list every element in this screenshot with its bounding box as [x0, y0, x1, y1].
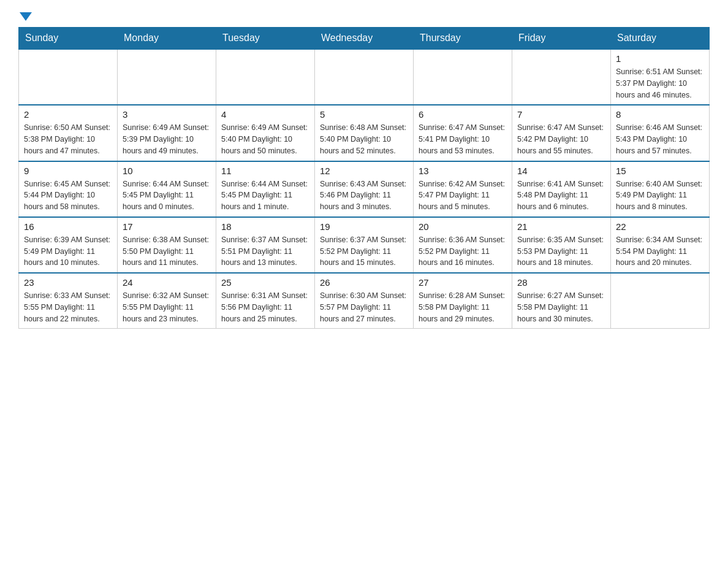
day-info: Sunrise: 6:43 AM Sunset: 5:46 PM Dayligh… — [320, 178, 408, 213]
calendar-cell — [118, 49, 216, 105]
calendar-cell: 9Sunrise: 6:45 AM Sunset: 5:44 PM Daylig… — [19, 161, 118, 217]
calendar-cell: 12Sunrise: 6:43 AM Sunset: 5:46 PM Dayli… — [315, 161, 414, 217]
day-info: Sunrise: 6:33 AM Sunset: 5:55 PM Dayligh… — [24, 290, 112, 324]
day-number: 25 — [221, 277, 309, 288]
day-info: Sunrise: 6:44 AM Sunset: 5:45 PM Dayligh… — [123, 178, 211, 213]
day-number: 16 — [24, 221, 112, 232]
day-info: Sunrise: 6:39 AM Sunset: 5:49 PM Dayligh… — [24, 234, 112, 269]
day-info: Sunrise: 6:51 AM Sunset: 5:37 PM Dayligh… — [616, 66, 704, 101]
day-info: Sunrise: 6:47 AM Sunset: 5:42 PM Dayligh… — [517, 122, 605, 156]
day-of-week-header: Sunday — [19, 28, 118, 50]
page-header — [18, 12, 710, 21]
calendar-week-row: 9Sunrise: 6:45 AM Sunset: 5:44 PM Daylig… — [19, 161, 710, 217]
calendar-cell: 14Sunrise: 6:41 AM Sunset: 5:48 PM Dayli… — [512, 161, 611, 217]
calendar-cell: 3Sunrise: 6:49 AM Sunset: 5:39 PM Daylig… — [118, 105, 216, 161]
calendar-cell: 6Sunrise: 6:47 AM Sunset: 5:41 PM Daylig… — [414, 105, 512, 161]
day-of-week-header: Friday — [512, 28, 611, 50]
calendar-cell: 20Sunrise: 6:36 AM Sunset: 5:52 PM Dayli… — [414, 217, 512, 273]
calendar-cell — [611, 273, 710, 329]
day-info: Sunrise: 6:32 AM Sunset: 5:55 PM Dayligh… — [123, 290, 211, 324]
day-info: Sunrise: 6:31 AM Sunset: 5:56 PM Dayligh… — [221, 290, 309, 324]
calendar-cell: 13Sunrise: 6:42 AM Sunset: 5:47 PM Dayli… — [414, 161, 512, 217]
day-of-week-header: Wednesday — [315, 28, 414, 50]
calendar-table: SundayMondayTuesdayWednesdayThursdayFrid… — [18, 27, 710, 329]
day-number: 21 — [517, 221, 605, 232]
day-info: Sunrise: 6:36 AM Sunset: 5:52 PM Dayligh… — [419, 234, 507, 269]
calendar-cell: 17Sunrise: 6:38 AM Sunset: 5:50 PM Dayli… — [118, 217, 216, 273]
day-of-week-header: Tuesday — [216, 28, 315, 50]
day-info: Sunrise: 6:49 AM Sunset: 5:39 PM Dayligh… — [123, 122, 211, 156]
calendar-week-row: 1Sunrise: 6:51 AM Sunset: 5:37 PM Daylig… — [19, 49, 710, 105]
day-number: 24 — [123, 277, 211, 288]
calendar-cell: 22Sunrise: 6:34 AM Sunset: 5:54 PM Dayli… — [611, 217, 710, 273]
day-number: 20 — [419, 221, 507, 232]
day-of-week-header: Saturday — [611, 28, 710, 50]
day-info: Sunrise: 6:50 AM Sunset: 5:38 PM Dayligh… — [24, 122, 112, 156]
calendar-cell: 10Sunrise: 6:44 AM Sunset: 5:45 PM Dayli… — [118, 161, 216, 217]
calendar-cell: 16Sunrise: 6:39 AM Sunset: 5:49 PM Dayli… — [19, 217, 118, 273]
day-info: Sunrise: 6:35 AM Sunset: 5:53 PM Dayligh… — [517, 234, 605, 269]
day-number: 17 — [123, 221, 211, 232]
day-number: 6 — [419, 109, 507, 120]
calendar-cell — [512, 49, 611, 105]
day-number: 26 — [320, 277, 408, 288]
calendar-cell: 19Sunrise: 6:37 AM Sunset: 5:52 PM Dayli… — [315, 217, 414, 273]
day-number: 22 — [616, 221, 704, 232]
calendar-cell: 4Sunrise: 6:49 AM Sunset: 5:40 PM Daylig… — [216, 105, 315, 161]
logo — [18, 12, 33, 21]
calendar-header-row: SundayMondayTuesdayWednesdayThursdayFrid… — [19, 28, 710, 50]
day-info: Sunrise: 6:38 AM Sunset: 5:50 PM Dayligh… — [123, 234, 211, 269]
calendar-cell: 27Sunrise: 6:28 AM Sunset: 5:58 PM Dayli… — [414, 273, 512, 329]
calendar-cell — [315, 49, 414, 105]
day-info: Sunrise: 6:49 AM Sunset: 5:40 PM Dayligh… — [221, 122, 309, 156]
day-number: 4 — [221, 109, 309, 120]
calendar-cell: 15Sunrise: 6:40 AM Sunset: 5:49 PM Dayli… — [611, 161, 710, 217]
calendar-cell: 2Sunrise: 6:50 AM Sunset: 5:38 PM Daylig… — [19, 105, 118, 161]
day-info: Sunrise: 6:30 AM Sunset: 5:57 PM Dayligh… — [320, 290, 408, 324]
logo-arrow-icon — [20, 12, 32, 21]
calendar-cell — [19, 49, 118, 105]
calendar-cell: 24Sunrise: 6:32 AM Sunset: 5:55 PM Dayli… — [118, 273, 216, 329]
day-number: 11 — [221, 166, 309, 176]
day-number: 13 — [419, 166, 507, 176]
calendar-week-row: 23Sunrise: 6:33 AM Sunset: 5:55 PM Dayli… — [19, 273, 710, 329]
day-number: 3 — [123, 109, 211, 120]
calendar-week-row: 16Sunrise: 6:39 AM Sunset: 5:49 PM Dayli… — [19, 217, 710, 273]
day-number: 2 — [24, 109, 112, 120]
day-number: 9 — [24, 166, 112, 176]
day-of-week-header: Monday — [118, 28, 216, 50]
day-number: 15 — [616, 166, 704, 176]
day-number: 18 — [221, 221, 309, 232]
day-number: 12 — [320, 166, 408, 176]
calendar-cell: 26Sunrise: 6:30 AM Sunset: 5:57 PM Dayli… — [315, 273, 414, 329]
day-info: Sunrise: 6:47 AM Sunset: 5:41 PM Dayligh… — [419, 122, 507, 156]
day-info: Sunrise: 6:28 AM Sunset: 5:58 PM Dayligh… — [419, 290, 507, 324]
calendar-cell — [414, 49, 512, 105]
day-number: 23 — [24, 277, 112, 288]
day-number: 14 — [517, 166, 605, 176]
calendar-cell — [216, 49, 315, 105]
day-number: 7 — [517, 109, 605, 120]
day-number: 1 — [616, 53, 704, 64]
day-info: Sunrise: 6:42 AM Sunset: 5:47 PM Dayligh… — [419, 178, 507, 213]
day-info: Sunrise: 6:44 AM Sunset: 5:45 PM Dayligh… — [221, 178, 309, 213]
calendar-cell: 7Sunrise: 6:47 AM Sunset: 5:42 PM Daylig… — [512, 105, 611, 161]
calendar-cell: 23Sunrise: 6:33 AM Sunset: 5:55 PM Dayli… — [19, 273, 118, 329]
day-info: Sunrise: 6:27 AM Sunset: 5:58 PM Dayligh… — [517, 290, 605, 324]
day-number: 28 — [517, 277, 605, 288]
calendar-cell: 1Sunrise: 6:51 AM Sunset: 5:37 PM Daylig… — [611, 49, 710, 105]
calendar-cell: 28Sunrise: 6:27 AM Sunset: 5:58 PM Dayli… — [512, 273, 611, 329]
day-info: Sunrise: 6:37 AM Sunset: 5:52 PM Dayligh… — [320, 234, 408, 269]
day-number: 27 — [419, 277, 507, 288]
day-info: Sunrise: 6:40 AM Sunset: 5:49 PM Dayligh… — [616, 178, 704, 213]
calendar-cell: 25Sunrise: 6:31 AM Sunset: 5:56 PM Dayli… — [216, 273, 315, 329]
day-number: 5 — [320, 109, 408, 120]
day-info: Sunrise: 6:45 AM Sunset: 5:44 PM Dayligh… — [24, 178, 112, 213]
day-info: Sunrise: 6:34 AM Sunset: 5:54 PM Dayligh… — [616, 234, 704, 269]
day-info: Sunrise: 6:48 AM Sunset: 5:40 PM Dayligh… — [320, 122, 408, 156]
day-of-week-header: Thursday — [414, 28, 512, 50]
calendar-cell: 18Sunrise: 6:37 AM Sunset: 5:51 PM Dayli… — [216, 217, 315, 273]
calendar-week-row: 2Sunrise: 6:50 AM Sunset: 5:38 PM Daylig… — [19, 105, 710, 161]
day-number: 8 — [616, 109, 704, 120]
day-info: Sunrise: 6:37 AM Sunset: 5:51 PM Dayligh… — [221, 234, 309, 269]
